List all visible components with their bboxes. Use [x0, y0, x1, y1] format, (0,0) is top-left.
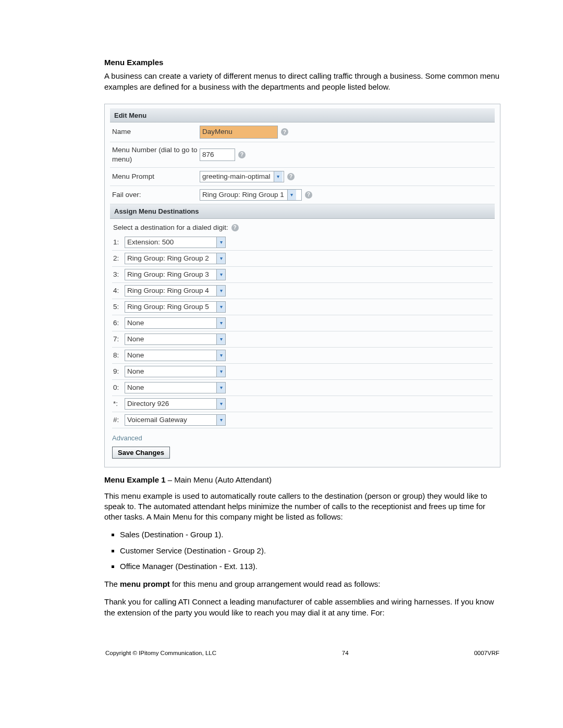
destination-select[interactable]: Ring Group: Ring Group 2▾	[125, 253, 226, 264]
chevron-down-icon: ▾	[216, 415, 225, 425]
destination-digit: 0:	[113, 383, 125, 392]
help-icon[interactable]: ?	[281, 128, 288, 135]
list-item: Sales (Destination - Group 1).	[120, 529, 500, 540]
chevron-down-icon: ▾	[216, 350, 225, 361]
chevron-down-icon: ▾	[216, 253, 225, 264]
save-changes-button[interactable]: Save Changes	[112, 447, 170, 459]
prompt-intro-bold: menu prompt	[120, 579, 170, 588]
destination-digit: 6:	[113, 318, 125, 328]
destination-select-value: Ring Group: Ring Group 3	[127, 270, 216, 279]
destination-row: 2:Ring Group: Ring Group 2▾	[112, 251, 493, 267]
destination-row: *:Directory 926▾	[112, 396, 493, 412]
destination-select-value: None	[127, 335, 216, 344]
destination-digit: 8:	[113, 351, 125, 360]
chevron-down-icon: ▾	[216, 286, 225, 296]
destination-select[interactable]: Directory 926▾	[125, 398, 226, 410]
destination-list: Sales (Destination - Group 1).Customer S…	[120, 529, 500, 572]
chevron-down-icon: ▾	[216, 399, 225, 409]
destination-select-value: None	[127, 367, 216, 376]
number-input[interactable]: 876	[200, 149, 235, 161]
destination-select[interactable]: Ring Group: Ring Group 5▾	[125, 301, 226, 313]
footer-center: 74	[342, 649, 349, 658]
destinations-section: Select a destination for a dialed digit:…	[110, 219, 495, 428]
chevron-down-icon: ▾	[216, 302, 225, 312]
destination-select-value: Directory 926	[127, 399, 216, 409]
destination-select-value: Extension: 500	[127, 238, 216, 247]
destination-select-value: Ring Group: Ring Group 4	[127, 286, 216, 295]
chevron-down-icon: ▾	[287, 190, 296, 200]
prompt-select[interactable]: greeting-main-optimal ▾	[200, 171, 284, 182]
prompt-label: Menu Prompt	[112, 172, 200, 181]
destination-select[interactable]: Ring Group: Ring Group 4▾	[125, 285, 226, 297]
chevron-down-icon: ▾	[216, 269, 225, 280]
destination-select[interactable]: None▾	[125, 382, 226, 393]
destination-select[interactable]: Extension: 500▾	[125, 237, 226, 248]
chevron-down-icon: ▾	[274, 171, 283, 182]
prompt-intro-post: for this menu and group arrangement woul…	[170, 579, 381, 588]
advanced-link[interactable]: Advanced	[110, 428, 144, 447]
destination-digit: *:	[113, 399, 125, 409]
prompt-intro-pre: The	[104, 579, 120, 588]
footer-right: 0007VRF	[474, 649, 499, 658]
intro-paragraph: A business can create a variety of diffe…	[104, 71, 500, 92]
destination-row: 7:None▾	[112, 331, 493, 348]
chevron-down-icon: ▾	[216, 237, 225, 248]
closing-paragraph: Thank you for calling ATI Connect a lead…	[104, 597, 500, 618]
destination-row: 4:Ring Group: Ring Group 4▾	[112, 283, 493, 299]
destination-row: #:Voicemail Gateway▾	[112, 412, 493, 428]
failover-select[interactable]: Ring Group: Ring Group 1 ▾	[200, 189, 302, 201]
page-footer: Copyright © IPitomy Communication, LLC 7…	[104, 649, 500, 658]
failover-select-value: Ring Group: Ring Group 1	[202, 190, 287, 200]
destination-digit: #:	[113, 415, 125, 425]
destination-row: 8:None▾	[112, 348, 493, 364]
name-input[interactable]: DayMenu	[200, 126, 278, 138]
destination-select[interactable]: Voicemail Gateway▾	[125, 414, 226, 426]
destination-row: 3:Ring Group: Ring Group 3▾	[112, 267, 493, 283]
prompt-select-value: greeting-main-optimal	[202, 172, 274, 181]
edit-menu-panel: Edit Menu Name DayMenu ? Menu Number (di…	[104, 104, 500, 468]
destination-row: 6:None▾	[112, 315, 493, 331]
list-item: Office Manager (Destination - Ext. 113).	[120, 561, 500, 572]
destination-select-value: None	[127, 351, 216, 360]
help-icon[interactable]: ?	[287, 173, 295, 180]
destinations-caption: Select a destination for a dialed digit:	[113, 223, 228, 232]
destination-select[interactable]: None▾	[125, 366, 226, 377]
destination-row: 5:Ring Group: Ring Group 5▾	[112, 299, 493, 315]
help-icon[interactable]: ?	[305, 191, 312, 199]
destination-digit: 3:	[113, 270, 125, 279]
list-item: Customer Service (Destination - Group 2)…	[120, 546, 500, 556]
destination-select[interactable]: None▾	[125, 334, 226, 345]
field-prompt-row: Menu Prompt greeting-main-optimal ▾ ?	[110, 168, 495, 186]
footer-left: Copyright © IPitomy Communication, LLC	[105, 649, 216, 658]
destination-digit: 2:	[113, 254, 125, 263]
destination-select-value: Voicemail Gateway	[127, 415, 216, 425]
destination-digit: 9:	[113, 367, 125, 376]
destination-digit: 5:	[113, 302, 125, 312]
chevron-down-icon: ▾	[216, 334, 225, 344]
destination-row: 1:Extension: 500▾	[112, 235, 493, 251]
destination-digit: 7:	[113, 335, 125, 344]
field-failover-row: Fail over: Ring Group: Ring Group 1 ▾ ?	[110, 186, 495, 204]
destination-select[interactable]: None▾	[125, 317, 226, 329]
example1-heading: Menu Example 1 – Main Menu (Auto Attenda…	[104, 475, 500, 485]
chevron-down-icon: ▾	[216, 382, 225, 393]
destination-select-value: Ring Group: Ring Group 2	[127, 254, 216, 263]
field-name-row: Name DayMenu ?	[110, 122, 495, 142]
destination-select-value: Ring Group: Ring Group 5	[127, 302, 216, 312]
destination-row: 0:None▾	[112, 380, 493, 396]
number-label: Menu Number (dial to go to menu)	[112, 145, 200, 164]
destination-digit: 1:	[113, 238, 125, 247]
example1-heading-rest: – Main Menu (Auto Attendant)	[166, 475, 272, 484]
destination-select[interactable]: Ring Group: Ring Group 3▾	[125, 269, 226, 280]
chevron-down-icon: ▾	[216, 318, 225, 328]
prompt-intro-paragraph: The menu prompt for this menu and group …	[104, 579, 500, 589]
destination-digit: 4:	[113, 286, 125, 295]
panel-title: Edit Menu	[110, 108, 495, 123]
destination-select-value: None	[127, 383, 216, 392]
example1-heading-bold: Menu Example 1	[104, 475, 166, 484]
section-heading: Menu Examples	[104, 57, 500, 68]
help-icon[interactable]: ?	[238, 151, 246, 158]
destinations-header: Assign Menu Destinations	[110, 204, 495, 219]
help-icon[interactable]: ?	[231, 224, 239, 231]
destination-select[interactable]: None▾	[125, 350, 226, 361]
